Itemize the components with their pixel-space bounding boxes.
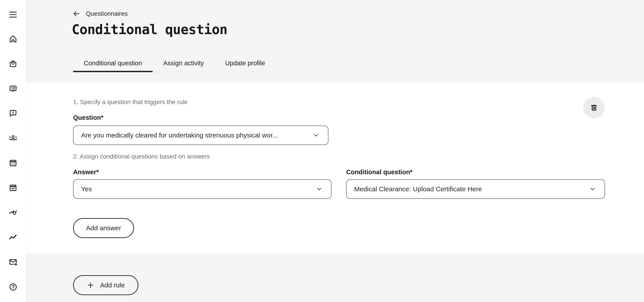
answer-select-value: Yes <box>81 185 92 193</box>
tab-bar: Conditional question Assign activity Upd… <box>73 54 605 72</box>
tab-assign-activity[interactable]: Assign activity <box>152 54 214 72</box>
add-rule-button[interactable]: Add rule <box>73 275 138 295</box>
footer: Add rule <box>26 253 644 302</box>
question-label: Question* <box>73 114 104 121</box>
analytics-search-icon <box>8 208 18 217</box>
trash-icon <box>590 103 598 112</box>
home-icon <box>8 34 18 44</box>
answer-select[interactable]: Yes <box>73 179 332 199</box>
question-select-value: Are you medically cleared for undertakin… <box>81 132 278 139</box>
rule-card: 1. Specify a question that triggers the … <box>26 83 644 253</box>
plus-icon <box>87 282 94 289</box>
menu-button[interactable] <box>8 9 18 20</box>
step-2-text: 2. Assign conditional questions based on… <box>73 153 210 160</box>
shopping-bag-icon <box>8 59 18 68</box>
calendar-icon <box>8 158 18 168</box>
trend-line-icon <box>8 233 18 242</box>
people-icon <box>8 134 18 143</box>
sidebar-item-people[interactable] <box>8 133 18 144</box>
tab-conditional-question[interactable]: Conditional question <box>73 54 152 72</box>
sidebar-item-orders[interactable] <box>8 58 18 69</box>
sidebar-item-analytics[interactable] <box>8 207 18 218</box>
sidebar-item-help[interactable] <box>8 282 18 292</box>
conditional-question-select[interactable]: Medical Clearance: Upload Certificate He… <box>346 179 605 199</box>
help-icon <box>8 282 18 292</box>
breadcrumb-label[interactable]: Questionnaires <box>86 10 128 17</box>
chevron-down-icon <box>316 186 322 192</box>
sidebar-item-calendar[interactable] <box>8 158 18 168</box>
sidebar-item-home[interactable] <box>8 34 18 44</box>
chevron-down-icon <box>313 132 319 138</box>
delete-rule-button[interactable] <box>583 97 604 118</box>
tab-update-profile[interactable]: Update profile <box>214 54 276 72</box>
kiosk-list-icon <box>8 84 18 93</box>
answer-label: Answer* <box>73 168 99 176</box>
comment-alert-icon <box>8 109 18 118</box>
page-header: Questionnaires Conditional question Cond… <box>26 0 644 83</box>
sidebar-item-board[interactable] <box>8 83 18 94</box>
mail-forward-icon <box>8 258 18 267</box>
menu-icon <box>8 10 18 19</box>
page-title: Conditional question <box>72 22 227 37</box>
sidebar <box>0 0 26 302</box>
calendar-check-icon <box>8 183 18 192</box>
conditional-question-select-value: Medical Clearance: Upload Certificate He… <box>354 185 482 193</box>
step-1-text: 1. Specify a question that triggers the … <box>73 98 188 106</box>
add-rule-label: Add rule <box>100 282 125 289</box>
question-select[interactable]: Are you medically cleared for undertakin… <box>73 126 328 145</box>
main-content: Questionnaires Conditional question Cond… <box>26 0 644 302</box>
breadcrumb[interactable]: Questionnaires <box>73 10 128 18</box>
sidebar-item-schedule[interactable] <box>8 182 18 193</box>
add-answer-button[interactable]: Add answer <box>73 218 134 238</box>
sidebar-item-feedback[interactable] <box>8 108 18 119</box>
chevron-down-icon <box>590 186 596 192</box>
sidebar-item-reports[interactable] <box>8 232 18 243</box>
sidebar-item-mail[interactable] <box>8 257 18 268</box>
conditional-question-label: Conditional question* <box>346 168 412 176</box>
back-arrow-icon <box>73 10 80 18</box>
